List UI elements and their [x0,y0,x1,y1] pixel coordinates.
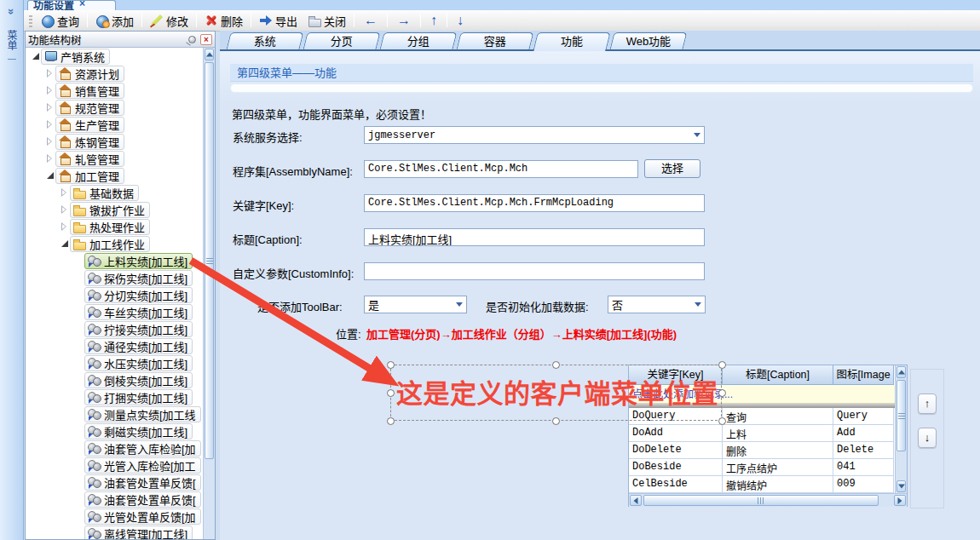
tree-node[interactable]: 热处理作业 [26,218,203,235]
toolbar-button-modify[interactable]: 修改 [145,11,193,31]
service-combo[interactable]: jgmesserver [364,126,705,144]
tree-node[interactable]: 上料实绩[加工线] [26,252,203,269]
toolbar-nav-left-button[interactable]: ← [357,13,384,28]
toolbar-flag-combo[interactable]: 是 [364,296,467,313]
scroll-up-icon[interactable] [205,49,214,60]
document-tab[interactable]: 功能设置 × [27,0,116,10]
expander-icon[interactable] [45,171,55,180]
grid-cell[interactable]: 工序点结炉 [723,459,833,476]
tree-node[interactable]: 产销系统 [26,48,203,65]
selection-handle[interactable] [718,417,726,425]
grid-cell[interactable]: 041 [833,459,894,476]
grid-column-header[interactable]: 图标[Image [833,365,894,385]
tree-node[interactable]: 轧管管理 [26,150,203,167]
toolbar-button-delete[interactable]: 删除 [199,11,248,31]
tree-close-button[interactable]: × [200,34,212,45]
expander-icon[interactable] [45,69,55,78]
grid-hscroll-thumb[interactable] [643,495,879,506]
grid-row[interactable]: DoBeside工序点结炉041 [629,459,896,476]
tree-node[interactable]: 拧接实绩[加工线] [26,320,203,337]
expander-icon[interactable] [45,120,55,129]
grid-cell[interactable]: 删除 [723,442,833,459]
toolbar-nav-up-button[interactable]: ↑ [424,13,444,28]
selection-handle[interactable] [387,389,395,397]
selection-handle[interactable] [387,417,395,425]
grid-cell[interactable]: Add [833,425,894,442]
move-up-button[interactable]: ↑ [918,394,937,414]
tree-node[interactable]: 规范管理 [26,99,203,116]
grid-vscroll-thumb[interactable] [896,380,906,451]
grid-cell[interactable]: Delete [833,442,894,459]
tree-node[interactable]: 基础数据 [26,184,203,201]
selection-handle[interactable] [718,361,726,369]
move-down-button[interactable]: ↓ [918,428,937,448]
toolbar-button-export[interactable]: 导出 [254,11,303,31]
tree-node[interactable]: 油套管处置单反馈[ [26,491,203,508]
scroll-down-icon[interactable] [896,480,906,492]
grid-cell[interactable]: DoAdd [629,425,723,442]
tree-node[interactable]: 资源计划 [26,65,203,82]
custom-input[interactable] [364,262,705,280]
grid-vscrollbar[interactable] [895,365,907,493]
pin-icon[interactable] [188,36,196,43]
tree-node[interactable]: 镦拔扩作业 [26,201,203,218]
tree-node[interactable]: 炼钢管理 [26,133,203,150]
selection-handle[interactable] [552,417,560,425]
selection-handle[interactable] [718,389,726,397]
grid-cell[interactable]: 009 [833,476,894,493]
grid-cell[interactable]: 查询 [723,408,833,425]
grid-row[interactable]: DoDelete删除Delete [629,442,896,459]
toolbar-button-close[interactable]: 关闭 [303,11,351,31]
tab-2[interactable]: 分组 [380,32,458,49]
grid-cell[interactable]: 撤销结炉 [723,476,833,493]
tree-node[interactable]: 光管处置单反馈[加 [26,508,203,525]
tree-node[interactable]: 销售管理 [26,82,203,99]
grid-column-header[interactable]: 标题[Caption] [723,365,833,385]
expander-icon[interactable] [45,154,55,163]
expander-icon[interactable] [60,222,70,231]
tree-node[interactable]: 探伤实绩[加工线] [26,269,203,286]
selection-handle[interactable] [552,361,560,369]
tree-node[interactable]: 加工线作业 [26,235,203,252]
tree-node[interactable]: 光管入库检验[加工 [26,457,203,474]
expander-icon[interactable] [31,52,41,60]
tree-node[interactable]: 车丝实绩[加工线] [26,303,203,320]
tree-node[interactable]: 加工管理 [26,167,203,184]
tree-scroll-thumb[interactable] [205,62,214,459]
expander-icon[interactable] [60,239,70,248]
grid-cell[interactable]: DoBeside [629,459,723,476]
toolbar-button-add[interactable]: 添加 [90,11,139,31]
tab-0[interactable]: 系统 [227,32,304,49]
initload-combo[interactable]: 否 [608,296,706,313]
expander-icon[interactable] [45,137,55,146]
chevron-down-icon[interactable] [691,302,705,307]
close-icon[interactable]: × [79,0,85,10]
tree-node[interactable]: 分切实绩[加工线] [26,286,203,303]
tree-node[interactable]: 水压实绩[加工线] [26,354,203,371]
section-collapsed-strip[interactable] [230,83,973,93]
grid-row[interactable]: CelBeside撤销结炉009 [629,476,896,493]
grid-hscrollbar[interactable] [629,493,907,507]
caption-input[interactable]: 上料实绩[加工线] [364,228,705,246]
tree-node[interactable]: 离线管理[加工线] [26,525,203,539]
toolbar-grip[interactable] [29,14,32,27]
expander-icon[interactable] [45,103,55,112]
chevron-down-icon[interactable] [453,302,466,307]
expander-icon[interactable] [45,86,55,95]
grid-cell[interactable]: CelBeside [629,476,723,493]
grid-row[interactable]: DoAdd上料Add [629,425,896,442]
select-assembly-button[interactable]: 选择 [644,159,700,178]
tab-3[interactable]: 容器 [457,32,534,49]
tree-scrollbar[interactable] [203,48,215,539]
tree-node[interactable]: 油套管处置单反馈[ [26,474,203,491]
grid-cell[interactable]: DoDelete [629,442,723,459]
grid-cell[interactable]: Query [833,408,894,425]
tree-node[interactable]: 测量点实绩[加工线 [26,405,203,422]
grid-cell[interactable]: 上料 [723,425,833,442]
expander-icon[interactable] [60,205,70,214]
scroll-up-icon[interactable] [896,366,906,378]
tab-1[interactable]: 分页 [303,32,381,49]
toolbar-nav-down-button[interactable]: ↓ [450,13,470,28]
tree-node[interactable]: 打捆实绩[加工线] [26,388,203,405]
assembly-input[interactable]: Core.StlMes.Client.Mcp.Mch [364,160,638,178]
